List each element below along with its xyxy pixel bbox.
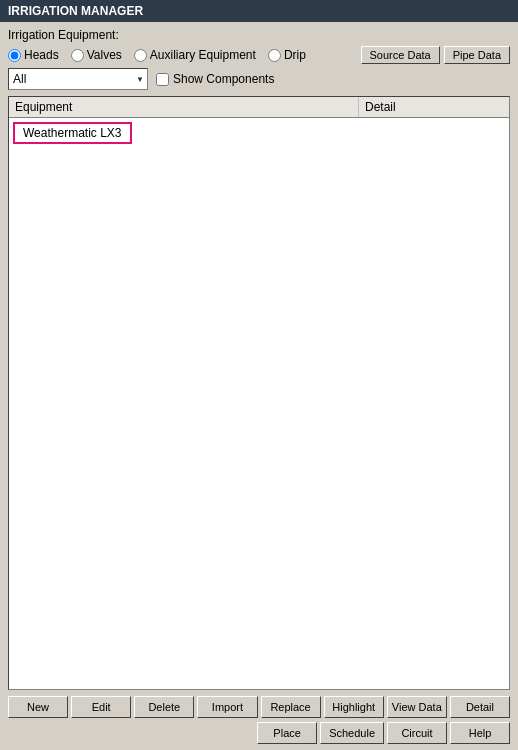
delete-button[interactable]: Delete <box>134 696 194 718</box>
table-body: Weathermatic LX3 <box>9 118 509 148</box>
col-detail-header: Detail <box>359 97 509 117</box>
schedule-button[interactable]: Schedule <box>320 722 384 744</box>
radio-row: Heads Valves Auxiliary Equipment Drip So… <box>8 46 510 64</box>
table-header: Equipment Detail <box>9 97 509 118</box>
source-data-button[interactable]: Source Data <box>361 46 440 64</box>
radio-valves[interactable]: Valves <box>71 48 122 62</box>
app-title: IRRIGATION MANAGER <box>8 4 143 18</box>
table-row[interactable]: Weathermatic LX3 <box>13 122 505 144</box>
main-container: Irrigation Equipment: Heads Valves Auxil… <box>0 22 518 750</box>
radio-heads[interactable]: Heads <box>8 48 59 62</box>
pipe-data-button[interactable]: Pipe Data <box>444 46 510 64</box>
title-bar: IRRIGATION MANAGER <box>0 0 518 22</box>
highlight-button[interactable]: Highlight <box>324 696 384 718</box>
edit-button[interactable]: Edit <box>71 696 131 718</box>
radio-drip[interactable]: Drip <box>268 48 306 62</box>
radio-auxiliary[interactable]: Auxiliary Equipment <box>134 48 256 62</box>
show-components-label[interactable]: Show Components <box>156 72 274 86</box>
view-data-button[interactable]: View Data <box>387 696 447 718</box>
new-button[interactable]: New <box>8 696 68 718</box>
import-button[interactable]: Import <box>197 696 257 718</box>
place-button[interactable]: Place <box>257 722 317 744</box>
footer-buttons-row: Place Schedule Circuit Help <box>8 722 510 744</box>
filter-dropdown[interactable]: All <box>8 68 148 90</box>
col-equipment-header: Equipment <box>9 97 359 117</box>
detail-button[interactable]: Detail <box>450 696 510 718</box>
help-button[interactable]: Help <box>450 722 510 744</box>
replace-button[interactable]: Replace <box>261 696 321 718</box>
filter-row: All Show Components <box>8 68 510 90</box>
top-buttons-group: Source Data Pipe Data <box>361 46 510 64</box>
circuit-button[interactable]: Circuit <box>387 722 447 744</box>
bottom-buttons-row: New Edit Delete Import Replace Highlight… <box>8 696 510 718</box>
show-components-checkbox[interactable] <box>156 73 169 86</box>
equipment-table: Equipment Detail Weathermatic LX3 <box>8 96 510 690</box>
selected-equipment-item[interactable]: Weathermatic LX3 <box>13 122 132 144</box>
irrigation-label: Irrigation Equipment: <box>8 28 510 42</box>
filter-dropdown-wrapper: All <box>8 68 148 90</box>
